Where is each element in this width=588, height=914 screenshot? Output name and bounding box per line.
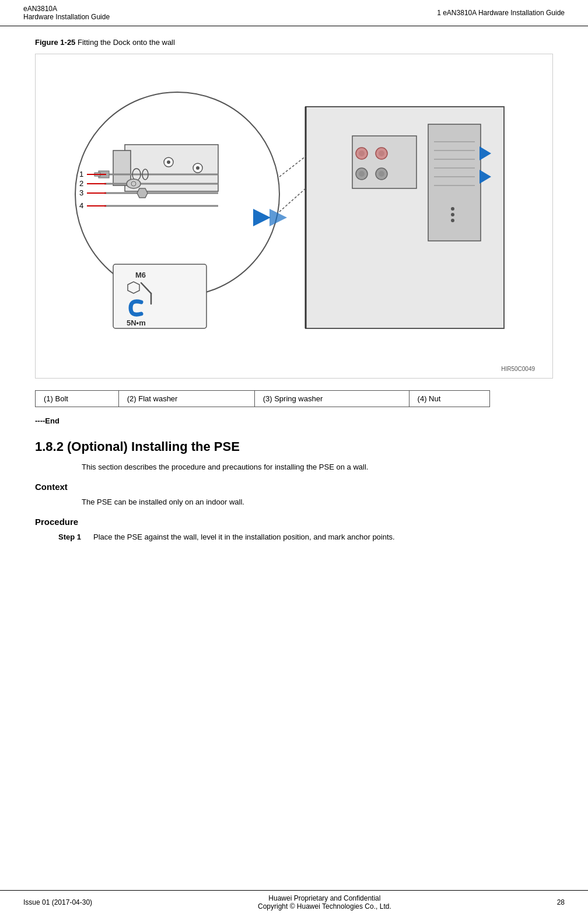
hir-code-label: HIR50C0049 [41,366,535,372]
table-cell-flat-washer: (2) Flat washer [118,391,254,407]
header-left: eAN3810A Hardware Installation Guide [23,5,110,21]
section-intro: This section describes the procedure and… [82,463,553,471]
main-content: Figure 1-25 Fitting the Dock onto the wa… [0,26,588,576]
svg-text:3: 3 [79,188,83,197]
table-cell-bolt: (1) Bolt [36,391,119,407]
svg-point-41 [451,219,454,222]
figure-caption: Figure 1-25 Fitting the Dock onto the wa… [35,38,553,47]
svg-point-14 [127,179,141,188]
svg-point-5 [167,160,170,164]
step-1-label: Step 1 [58,533,93,541]
figure-image: 1 2 3 4 [41,60,547,363]
svg-marker-17 [137,188,148,198]
components-table: (1) Bolt (2) Flat washer (3) Spring wash… [35,390,490,407]
page-footer: Issue 01 (2017-04-30) Huawei Proprietary… [0,890,588,914]
figure-caption-text: Fitting the Dock onto the wall [75,38,175,47]
context-heading: Context [35,482,553,492]
svg-text:M6: M6 [135,271,146,279]
context-text: The PSE can be installed only on an indo… [82,498,553,506]
svg-rect-31 [352,136,416,188]
footer-center-line2: Copyright © Huawei Technologies Co., Ltd… [92,902,557,911]
footer-center: Huawei Proprietary and Confidential Copy… [92,894,557,911]
table-cell-spring-washer: (3) Spring washer [254,391,409,407]
step-1-container: Step 1 Place the PSE against the wall, l… [58,533,553,541]
svg-point-7 [196,166,200,170]
end-marker: ----End [35,416,553,425]
figure-caption-bold: Figure 1-25 [35,38,75,47]
figure-svg: 1 2 3 4 [55,60,533,363]
step-1-text: Place the PSE against the wall, level it… [93,533,553,541]
svg-point-43 [359,150,365,156]
footer-left: Issue 01 (2017-04-30) [23,898,92,906]
procedure-heading: Procedure [35,517,553,527]
section-heading: 1.8.2 (Optional) Installing the PSE [35,439,553,454]
figure-container: 1 2 3 4 [35,54,553,379]
svg-text:1: 1 [79,170,83,178]
footer-center-line1: Huawei Proprietary and Confidential [92,894,557,902]
svg-rect-3 [113,150,131,185]
svg-text:2: 2 [79,179,83,188]
svg-point-45 [379,150,384,156]
svg-point-39 [451,207,454,211]
svg-point-49 [379,171,384,177]
footer-right: 28 [557,898,565,906]
table-row: (1) Bolt (2) Flat washer (3) Spring wash… [36,391,490,407]
table-cell-nut: (4) Nut [409,391,489,407]
svg-text:4: 4 [79,201,83,210]
svg-text:5N•m: 5N•m [127,318,146,327]
page-header: eAN3810A Hardware Installation Guide 1 e… [0,0,588,26]
svg-point-40 [451,213,454,216]
svg-point-47 [359,171,365,177]
header-right: 1 eAN3810A Hardware Installation Guide [437,9,565,17]
